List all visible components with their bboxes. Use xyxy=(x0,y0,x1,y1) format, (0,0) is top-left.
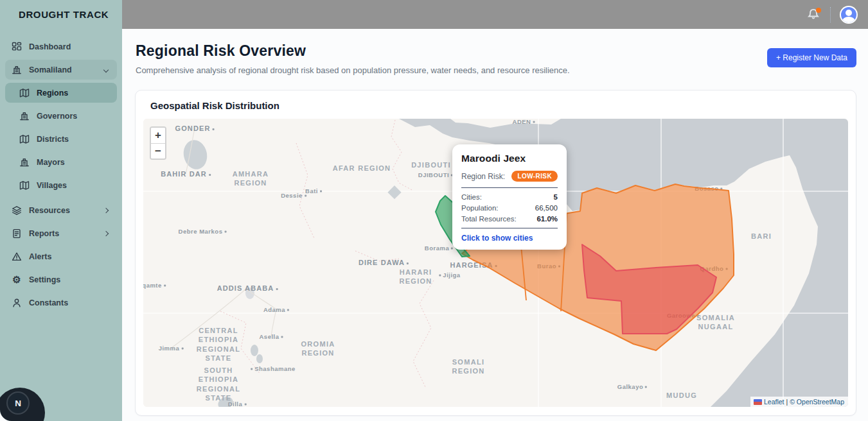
sidebar-item-settings[interactable]: ⚙ Settings xyxy=(5,270,117,289)
map-icon xyxy=(19,134,30,144)
user-avatar[interactable] xyxy=(840,6,858,24)
dashboard-icon xyxy=(12,42,22,52)
popup-arrow xyxy=(503,241,515,246)
building-icon xyxy=(19,157,30,168)
sidebar-item-label: Constants xyxy=(29,298,68,307)
gear-icon: ⚙ xyxy=(12,275,22,285)
card-title: Geospatial Risk Distribution xyxy=(136,90,856,111)
sidebar-item-governors[interactable]: Governors xyxy=(5,106,117,126)
sidebar-item-dashboard[interactable]: Dashboard xyxy=(5,37,117,56)
notification-bell-icon[interactable] xyxy=(807,8,821,22)
zoom-in-button[interactable]: + xyxy=(151,128,165,143)
topbar-divider xyxy=(830,7,831,22)
popup-stats: Cities:5Population:66,500Total Resources… xyxy=(461,193,558,223)
geospatial-card: Geospatial Risk Distribution xyxy=(135,90,856,416)
sidebar-item-label: Somaliland xyxy=(29,65,72,74)
popup-divider xyxy=(461,228,558,228)
sidebar-item-label: Regions xyxy=(37,89,68,98)
sidebar-item-alerts[interactable]: Alerts xyxy=(5,246,117,266)
sidebar-item-label: Governors xyxy=(37,112,77,121)
sidebar-item-label: Reports xyxy=(29,229,59,238)
popup-risk-label: Region Risk: xyxy=(461,172,505,181)
sidebar-item-label: Resources xyxy=(29,206,70,215)
popup-title: Maroodi Jeex xyxy=(461,153,558,164)
chevron-down-icon xyxy=(103,67,109,72)
sidebar-item-resources[interactable]: Resources xyxy=(5,200,117,220)
user-icon xyxy=(12,298,22,308)
leaflet-map[interactable]: ADENGONDERBAHIR DARAMHARA REGIONDessieBa… xyxy=(143,119,848,407)
report-icon xyxy=(12,228,22,239)
map-attribution: Leaflet | © OpenStreetMap xyxy=(750,397,848,407)
chevron-right-icon xyxy=(103,230,109,236)
sidebar-item-label: Mayors xyxy=(37,158,65,167)
main-content: Regional Risk Overview Comprehensive ana… xyxy=(122,29,868,421)
map-icon xyxy=(19,88,30,98)
attribution-separator: | xyxy=(786,398,788,406)
chevron-right-icon xyxy=(103,207,109,212)
notification-dot xyxy=(816,8,821,13)
sidebar: DROUGHT TRACK Dashboard Somaliland Regio… xyxy=(0,0,122,421)
app-root: DROUGHT TRACK Dashboard Somaliland Regio… xyxy=(0,0,868,421)
page-subtitle: Comprehensive analysis of regional droug… xyxy=(136,65,570,75)
sidebar-item-label: Villages xyxy=(37,181,67,190)
sidebar-item-label: Dashboard xyxy=(29,42,71,51)
building-icon xyxy=(19,111,30,121)
sidebar-item-reports[interactable]: Reports xyxy=(5,223,117,243)
popup-stat-row: Population:66,500 xyxy=(461,204,558,212)
sidebar-item-regions[interactable]: Regions xyxy=(5,83,117,103)
map-zoom-control: + − xyxy=(150,126,166,160)
popup-stat-row: Total Resources:61.0% xyxy=(461,215,558,223)
osm-link[interactable]: © OpenStreetMap xyxy=(790,398,844,406)
popup-stat-row: Cities:5 xyxy=(461,193,558,201)
layers-icon xyxy=(12,205,22,216)
building-icon xyxy=(12,65,22,75)
topbar xyxy=(122,0,868,29)
flag-icon xyxy=(754,399,762,405)
popup-divider xyxy=(461,187,558,188)
sidebar-item-constants[interactable]: Constants xyxy=(5,293,117,313)
sidebar-user-avatar[interactable]: N xyxy=(6,391,30,415)
sidebar-item-districts[interactable]: Districts xyxy=(5,129,117,149)
sidebar-item-somaliland[interactable]: Somaliland xyxy=(5,60,117,80)
leaflet-link[interactable]: Leaflet xyxy=(764,398,784,406)
map-popup: Maroodi Jeex Region Risk: LOW-RISK Citie… xyxy=(452,144,567,250)
register-new-data-button[interactable]: + Register New Data xyxy=(767,48,856,67)
sidebar-item-label: Alerts xyxy=(29,252,51,261)
page-title: Regional Risk Overview xyxy=(136,42,570,60)
sidebar-nav: Dashboard Somaliland Regions Governors D… xyxy=(0,29,122,313)
alert-triangle-icon xyxy=(12,252,22,262)
page-header: Regional Risk Overview Comprehensive ana… xyxy=(122,29,868,75)
risk-badge: LOW-RISK xyxy=(511,171,558,182)
sidebar-item-label: Settings xyxy=(29,275,60,284)
sidebar-item-label: Districts xyxy=(37,135,69,144)
sidebar-item-mayors[interactable]: Mayors xyxy=(5,152,117,172)
zoom-out-button[interactable]: − xyxy=(151,143,165,159)
app-title: DROUGHT TRACK xyxy=(0,0,122,29)
map-icon xyxy=(19,180,30,191)
sidebar-item-villages[interactable]: Villages xyxy=(5,175,117,195)
